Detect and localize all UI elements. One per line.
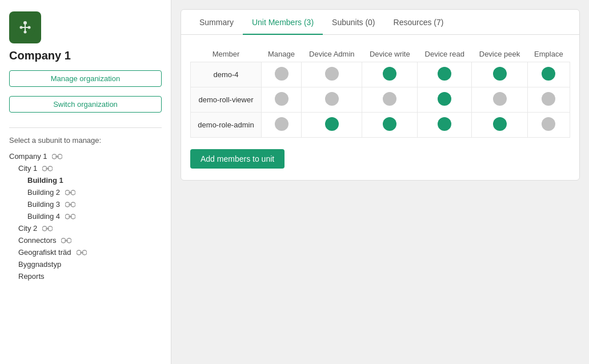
col-header: Device write: [362, 46, 418, 62]
tree-link-icon[interactable]: [65, 213, 75, 220]
disabled-dot[interactable]: [275, 67, 289, 81]
tab-resources-7[interactable]: Resources (7): [384, 10, 453, 35]
tab-subunits-0[interactable]: Subunits (0): [323, 10, 384, 35]
add-members-button[interactable]: Add members to unit: [190, 149, 285, 169]
tree-item-label: Company 1: [9, 152, 47, 161]
disabled-dot[interactable]: [493, 92, 507, 106]
members-table: MemberManageDevice AdminDevice writeDevi…: [190, 46, 570, 138]
svg-point-6: [24, 31, 27, 34]
tree-item-label: Connectors: [18, 236, 56, 245]
permission-cell[interactable]: [472, 62, 528, 87]
enabled-dot[interactable]: [542, 67, 555, 81]
tree-item-label: Byggnadstyp: [18, 260, 61, 269]
permission-cell[interactable]: [527, 113, 570, 138]
permission-cell[interactable]: [418, 62, 472, 87]
sidebar-buttons: Manage organization Switch organization: [9, 70, 162, 117]
svg-point-1: [23, 21, 27, 25]
tree-link-icon[interactable]: [77, 249, 87, 256]
tree-item-label: Building 4: [27, 212, 60, 221]
tree-item[interactable]: Connectors: [9, 234, 162, 246]
tree-item-label: Building 1: [27, 176, 63, 185]
tree-item[interactable]: Building 3: [9, 198, 162, 210]
disabled-dot[interactable]: [325, 92, 339, 106]
disabled-dot[interactable]: [542, 92, 555, 106]
enabled-dot[interactable]: [438, 117, 451, 131]
enabled-dot[interactable]: [493, 117, 507, 131]
tree-item[interactable]: Byggnadstyp: [9, 258, 162, 270]
col-header: Member: [191, 46, 262, 62]
enabled-dot[interactable]: [383, 117, 396, 131]
permission-cell[interactable]: [362, 87, 418, 113]
col-header: Device read: [418, 46, 472, 62]
select-subunit-label: Select a subunit to manage:: [9, 136, 162, 145]
tree-item-label: City 1: [18, 164, 37, 173]
tree-item-label: Building 3: [27, 200, 60, 209]
enabled-dot[interactable]: [383, 67, 396, 81]
table-row: demo-4: [191, 62, 570, 87]
tree-link-icon[interactable]: [65, 189, 75, 196]
col-header: Device peek: [472, 46, 528, 62]
sidebar: Company 1 Manage organization Switch org…: [0, 0, 171, 364]
member-name-cell: demo-role-admin: [191, 113, 262, 138]
svg-point-4: [20, 26, 23, 29]
permission-cell[interactable]: [261, 87, 301, 113]
tree-item[interactable]: City 2: [9, 222, 162, 234]
table-row: demo-roll-viewer: [191, 87, 570, 113]
disabled-dot[interactable]: [383, 92, 396, 106]
members-table-wrapper: MemberManageDevice AdminDevice writeDevi…: [181, 35, 579, 143]
permission-cell[interactable]: [418, 113, 472, 138]
permission-cell[interactable]: [261, 113, 301, 138]
enabled-dot[interactable]: [438, 92, 451, 106]
permission-cell[interactable]: [527, 62, 570, 87]
disabled-dot[interactable]: [325, 67, 339, 81]
svg-point-5: [28, 26, 31, 29]
switch-org-button[interactable]: Switch organization: [9, 96, 162, 113]
enabled-dot[interactable]: [493, 67, 507, 81]
tree-link-icon[interactable]: [61, 237, 71, 244]
tree-item[interactable]: Building 1: [9, 174, 162, 186]
tree-link-icon[interactable]: [42, 165, 53, 172]
tree-link-icon[interactable]: [52, 153, 62, 160]
tree-item[interactable]: Building 2: [9, 186, 162, 198]
company-logo: [9, 11, 41, 43]
manage-org-button[interactable]: Manage organization: [9, 70, 162, 87]
sidebar-divider: [9, 127, 162, 128]
permission-cell[interactable]: [302, 113, 362, 138]
tree-item[interactable]: Reports: [9, 270, 162, 282]
permission-cell[interactable]: [527, 87, 570, 113]
col-header: Emplace: [527, 46, 570, 62]
tree-link-icon[interactable]: [42, 225, 53, 232]
col-header: Device Admin: [302, 46, 362, 62]
permission-cell[interactable]: [302, 62, 362, 87]
member-name-cell: demo-4: [191, 62, 262, 87]
tab-unit-members-3[interactable]: Unit Members (3): [243, 10, 323, 35]
tree-item-label: Reports: [18, 272, 45, 281]
permission-cell[interactable]: [362, 113, 418, 138]
permission-cell[interactable]: [418, 87, 472, 113]
permission-cell[interactable]: [362, 62, 418, 87]
subunit-tree: Company 1 City 1 Building 1Building 2 Bu…: [9, 150, 162, 282]
permission-cell[interactable]: [472, 113, 528, 138]
enabled-dot[interactable]: [438, 67, 451, 81]
tab-summary[interactable]: Summary: [190, 10, 243, 35]
permission-cell[interactable]: [472, 87, 528, 113]
tree-item[interactable]: Company 1: [9, 150, 162, 162]
tree-item[interactable]: Building 4: [9, 210, 162, 222]
tree-item[interactable]: Geografiskt träd: [9, 246, 162, 258]
permission-cell[interactable]: [302, 87, 362, 113]
disabled-dot[interactable]: [275, 117, 289, 131]
col-header: Manage: [261, 46, 301, 62]
disabled-dot[interactable]: [275, 92, 289, 106]
tree-item-label: City 2: [18, 224, 37, 233]
table-row: demo-role-admin: [191, 113, 570, 138]
tree-item-label: Building 2: [27, 188, 60, 197]
tree-item-label: Geografiskt träd: [18, 248, 71, 257]
enabled-dot[interactable]: [325, 117, 339, 131]
permission-cell[interactable]: [261, 62, 301, 87]
tree-link-icon[interactable]: [65, 201, 75, 208]
member-name-cell: demo-roll-viewer: [191, 87, 262, 113]
company-name: Company 1: [9, 49, 162, 62]
content-card: SummaryUnit Members (3)Subunits (0)Resou…: [181, 9, 580, 181]
tree-item[interactable]: City 1: [9, 162, 162, 174]
disabled-dot[interactable]: [542, 117, 555, 131]
